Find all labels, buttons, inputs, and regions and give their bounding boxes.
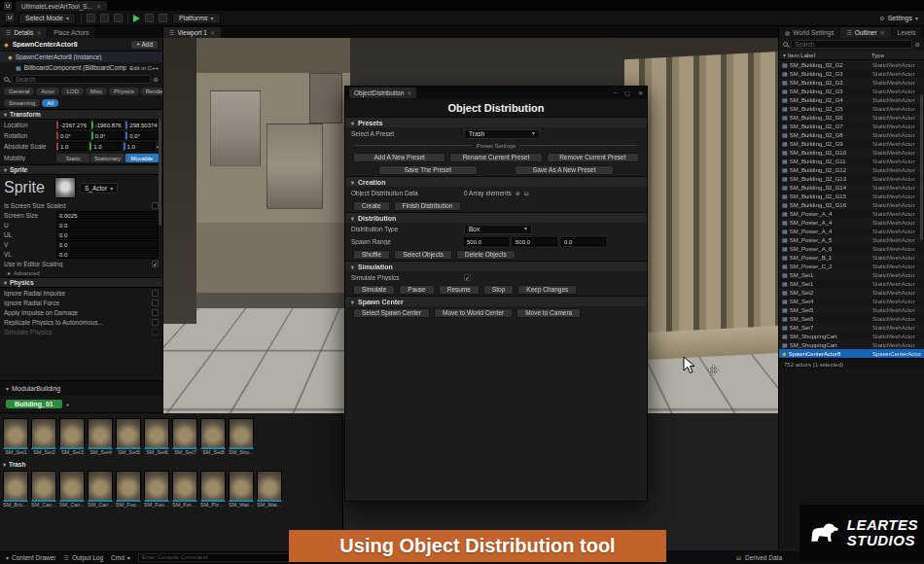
simulation-button[interactable]: Keep Changes (517, 285, 577, 295)
screen-size-field[interactable]: 0.0025 (56, 211, 159, 220)
outliner-row[interactable]: SM_Building_02_G6 StaticMeshActor (779, 113, 924, 122)
rotation-x-field[interactable]: 0.0° (56, 131, 89, 140)
add-element-icon[interactable] (515, 190, 520, 196)
outliner-row-selected[interactable]: SpawnCenterActor8 SpawnCenterActor (779, 349, 924, 358)
asset-tile[interactable]: SM_Set8 (200, 418, 227, 456)
outliner-row[interactable]: SM_Poster_C_2 StaticMeshActor (779, 262, 924, 270)
outliner-row[interactable]: SM_Building_02_G10 StaticMeshActor (779, 148, 924, 157)
rotation-z-field[interactable]: 0.0° (125, 131, 159, 140)
filter-chip[interactable]: General (4, 88, 34, 95)
breadcrumb[interactable]: ModularBuilding (12, 385, 60, 392)
checkbox[interactable] (152, 309, 159, 316)
scale-z-field[interactable]: 1.0 (124, 142, 155, 151)
section-transform[interactable]: Transform (0, 109, 162, 120)
close-icon[interactable] (36, 29, 41, 36)
close-icon[interactable] (210, 29, 215, 36)
asset-tile[interactable]: SM_WaterBo... (257, 471, 283, 509)
mobility-option[interactable]: Movable (125, 154, 159, 162)
distribution-button[interactable]: Select Objects (394, 250, 452, 260)
tab-viewport[interactable]: Viewport 1 (163, 27, 221, 38)
u-field[interactable]: 0.0 (56, 221, 159, 229)
outliner-search-input[interactable] (791, 40, 912, 49)
scrollbar[interactable] (920, 94, 923, 240)
outliner-row[interactable]: SM_Set4 StaticMeshActor (779, 297, 924, 305)
asset-tile[interactable]: SM_Set7 (172, 418, 198, 456)
outliner-row[interactable]: SM_Building_02_G4 StaticMeshActor (779, 95, 924, 104)
asset-tile[interactable]: SM_Can02 (59, 471, 86, 509)
outliner-row[interactable]: SM_Building_02_G2 StaticMeshActor (779, 60, 924, 69)
trash-icon[interactable] (524, 190, 529, 196)
distribution-type-dropdown[interactable]: Box (464, 225, 532, 234)
outliner-row[interactable]: SM_Set5 StaticMeshActor (779, 305, 924, 314)
outliner-row[interactable]: SM_Building_02_G12 StaticMeshActor (779, 165, 924, 174)
preset-button[interactable]: Remove Current Preset (547, 153, 639, 162)
ul-field[interactable]: 0.0 (56, 230, 159, 239)
cmd-dropdown[interactable]: Cmd (111, 554, 130, 561)
spawn-center-button[interactable]: Move to World Center (434, 308, 513, 318)
asset-tile[interactable]: SM_BrickD... (3, 471, 29, 509)
skip-icon[interactable] (145, 14, 154, 22)
advanced-expander[interactable]: Advanced (0, 268, 162, 277)
rotation-y-field[interactable]: 0.0° (91, 131, 124, 140)
location-y-field[interactable]: -1960.876 (91, 121, 124, 129)
filter-chip[interactable]: Rendering (141, 88, 163, 95)
v-field[interactable]: 0.0 (56, 240, 159, 249)
outliner-row[interactable]: SM_Poster_A_4 StaticMeshActor (779, 227, 924, 235)
maximize-icon[interactable] (624, 89, 630, 96)
settings-button[interactable]: Settings (888, 15, 912, 21)
asset-tile[interactable]: SM_Set3 (59, 418, 86, 456)
section-distribution[interactable]: Distribution (345, 212, 647, 223)
outliner-row[interactable]: SM_Building_02_G5 StaticMeshActor (779, 104, 924, 113)
tab-levels[interactable]: Levels (892, 27, 922, 38)
sprite-thumbnail[interactable] (54, 177, 76, 198)
section-physics[interactable]: Physics (0, 277, 162, 288)
section-creation[interactable]: Creation (345, 176, 647, 187)
asset-tile[interactable]: SM_Shoppin... (229, 418, 255, 456)
toolbar-icon[interactable] (87, 14, 95, 22)
window-tab[interactable]: UltimateLevelArtTool_S... (16, 1, 107, 11)
section-spawn-center[interactable]: Spawn Center (345, 296, 647, 306)
scrollbar[interactable] (159, 119, 161, 226)
checkbox-checked[interactable] (152, 261, 159, 267)
play-button[interactable] (133, 15, 140, 22)
content-drawer-button[interactable]: Content Drawer (6, 554, 56, 561)
outliner-row[interactable]: SM_ShoppingCart StaticMeshActor (779, 340, 924, 349)
outliner-row[interactable]: SM_Building_02_G11 StaticMeshActor (779, 157, 924, 165)
mobility-option[interactable]: Static (56, 154, 89, 162)
checkbox[interactable] (152, 300, 159, 306)
preset-button[interactable]: Rename Current Preset (449, 153, 542, 162)
range-x-field[interactable]: 500.0 (464, 237, 509, 246)
edit-in-cpp-link[interactable]: Edit in C++ (129, 65, 162, 71)
location-x-field[interactable]: -2367.276 (56, 121, 89, 129)
preset-button[interactable]: Add A New Preset (353, 153, 445, 162)
section-simulation[interactable]: Simulation (345, 261, 647, 271)
asset-tile[interactable]: SM_Can04 (88, 471, 114, 509)
close-icon[interactable] (638, 89, 643, 96)
preset-dropdown[interactable]: Trash (464, 129, 540, 139)
add-component-button[interactable]: + Add (130, 40, 159, 50)
output-log-button[interactable]: Output Log (64, 554, 104, 561)
folder-chip[interactable]: Building_01 (6, 400, 62, 408)
outliner-row[interactable]: SM_Poster_A_6 StaticMeshActor (779, 244, 924, 253)
spawn-center-button[interactable]: Select Spawn Center (353, 308, 430, 318)
toolbar-icon[interactable] (114, 14, 123, 22)
filter-chip[interactable]: LOD (61, 88, 83, 95)
minimize-icon[interactable] (614, 89, 617, 96)
asset-tile[interactable]: SM_FoodCan6 (116, 471, 142, 509)
asset-tile[interactable]: SM_Set5 (116, 418, 142, 456)
tab-details[interactable]: Details (0, 27, 47, 38)
close-icon[interactable] (407, 89, 411, 96)
outliner-row[interactable]: SM_Set2 StaticMeshActor (779, 288, 924, 297)
tab-world-settings[interactable]: World Settings (779, 27, 839, 38)
scale-x-field[interactable]: 1.0 (56, 142, 88, 151)
outliner-row[interactable]: SM_Building_02_G16 StaticMeshActor (779, 200, 924, 209)
outliner-row[interactable]: SM_Building_02_G15 StaticMeshActor (779, 192, 924, 200)
spawn-center-button[interactable]: Move to Camera (516, 308, 581, 318)
outliner-row[interactable]: SM_Poster_A_5 StaticMeshActor (779, 235, 924, 244)
outliner-row[interactable]: SM_Poster_A_4 StaticMeshActor (779, 209, 924, 218)
checkbox[interactable] (152, 202, 159, 209)
outliner-row[interactable]: SM_Poster_A_4 StaticMeshActor (779, 218, 924, 227)
outliner-row[interactable]: SM_Building_02_G7 StaticMeshActor (779, 122, 924, 130)
settings-icon[interactable] (915, 41, 920, 48)
distribution-button[interactable]: Delete Objects (456, 250, 515, 260)
